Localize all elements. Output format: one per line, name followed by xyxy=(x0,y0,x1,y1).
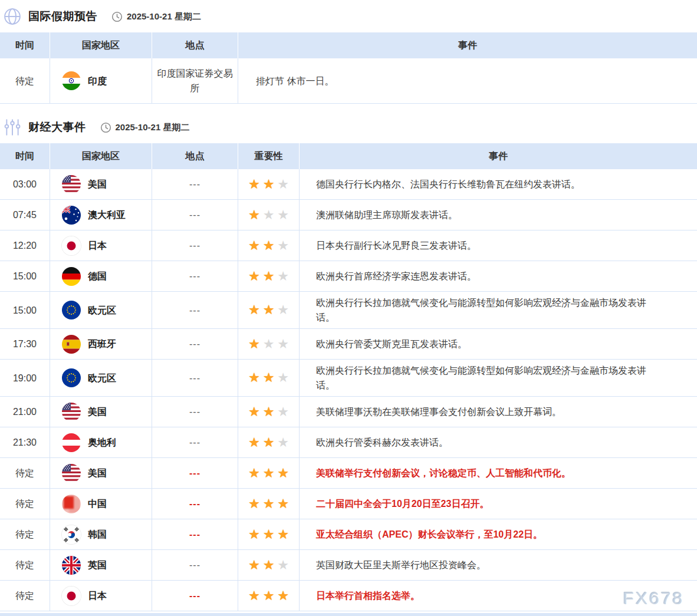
country-flag-icon xyxy=(62,236,81,255)
event-text: 欧洲央行管委艾斯克里瓦发表讲话。 xyxy=(300,329,697,359)
country-flag-icon xyxy=(62,587,81,605)
event-text: 欧洲央行管委科赫尔发表讲话。 xyxy=(300,427,697,457)
event-location: --- xyxy=(152,519,238,549)
event-row[interactable]: 07:45澳大利亚---★★★澳洲联储助理主席琼斯发表讲话。 xyxy=(0,200,697,230)
event-row[interactable]: 21:00美国---★★★美联储理事沃勒在美联储理事会支付创新会议上致开幕词。 xyxy=(0,397,697,427)
holiday-country: 印度 xyxy=(50,58,152,103)
col-region: 国家地区 xyxy=(50,32,152,58)
event-row[interactable]: 15:00德国---★★★欧洲央行首席经济学家连恩发表讲话。 xyxy=(0,261,697,292)
star-empty-icon: ★ xyxy=(277,338,289,351)
star-filled-icon: ★ xyxy=(263,528,275,541)
country-name: 德国 xyxy=(88,269,107,284)
country-flag-icon xyxy=(62,403,81,421)
importance-stars: ★★★ xyxy=(238,519,300,549)
clock-icon xyxy=(111,11,123,22)
star-empty-icon: ★ xyxy=(277,270,289,283)
star-filled-icon: ★ xyxy=(248,371,260,384)
event-text: 英国财政大臣里夫斯举行地区投资峰会。 xyxy=(300,550,697,580)
events-date: 2025-10-21 星期二 xyxy=(100,122,190,133)
event-row[interactable]: 12:20日本---★★★日本央行副行长冰见野良三发表讲话。 xyxy=(0,230,697,261)
event-country: 西班牙 xyxy=(50,329,152,359)
star-filled-icon: ★ xyxy=(248,559,260,572)
event-row[interactable]: 待定中国---★★★二十届四中全会于10月20日至23日召开。 xyxy=(0,489,697,519)
importance-stars: ★★★ xyxy=(238,329,300,359)
event-row[interactable]: 待定美国---★★★美联储举行支付创新会议，讨论稳定币、人工智能和代币化。 xyxy=(0,458,697,489)
star-filled-icon: ★ xyxy=(263,559,275,572)
event-time: 15:00 xyxy=(0,292,50,328)
country-name: 奥地利 xyxy=(88,435,116,450)
holiday-time: 待定 xyxy=(0,58,50,103)
events-section: 财经大事件 2025-10-21 星期二 时间 国家地区 地点 重要性 事件 0… xyxy=(0,111,697,611)
event-row[interactable]: 21:30奥地利---★★★欧洲央行管委科赫尔发表讲话。 xyxy=(0,427,697,458)
importance-stars: ★★★ xyxy=(238,261,300,291)
country-flag-icon xyxy=(62,495,81,513)
star-filled-icon: ★ xyxy=(248,467,260,480)
event-country: 欧元区 xyxy=(50,292,152,328)
event-country: 美国 xyxy=(50,169,152,199)
star-empty-icon: ★ xyxy=(263,338,275,351)
event-time: 21:00 xyxy=(0,397,50,427)
event-time: 待定 xyxy=(0,489,50,519)
event-row[interactable]: 15:00欧元区---★★★欧洲央行行长拉加德就气候变化与能源转型如何影响宏观经… xyxy=(0,292,697,329)
star-filled-icon: ★ xyxy=(248,589,260,602)
event-location: --- xyxy=(152,397,238,427)
event-location: --- xyxy=(152,581,238,611)
importance-stars: ★★★ xyxy=(238,230,300,261)
country-name: 日本 xyxy=(88,588,107,603)
event-row[interactable]: 17:30西班牙---★★★欧洲央行管委艾斯克里瓦发表讲话。 xyxy=(0,329,697,360)
importance-stars: ★★★ xyxy=(238,581,300,611)
holiday-row[interactable]: 待定 印度 印度国家证券交易所 排灯节 休市一日。 xyxy=(0,58,697,104)
country-name: 日本 xyxy=(88,238,107,253)
country-name: 美国 xyxy=(88,466,107,480)
event-text: 二十届四中全会于10月20日至23日召开。 xyxy=(300,489,697,519)
event-time: 07:45 xyxy=(0,200,50,230)
col-time: 时间 xyxy=(0,32,50,58)
event-location: --- xyxy=(152,458,238,488)
star-filled-icon: ★ xyxy=(248,270,260,283)
event-location: --- xyxy=(152,489,238,519)
event-location: --- xyxy=(152,427,238,457)
star-empty-icon: ★ xyxy=(277,436,289,449)
event-time: 03:00 xyxy=(0,169,50,199)
event-row[interactable]: 03:00美国---★★★德国央行行长内格尔、法国央行行长维勒鲁瓦在纽约发表讲话… xyxy=(0,169,697,200)
country-flag-icon xyxy=(62,267,81,286)
col-event: 事件 xyxy=(300,143,697,169)
event-row[interactable]: 待定英国---★★★英国财政大臣里夫斯举行地区投资峰会。 xyxy=(0,550,697,581)
star-empty-icon: ★ xyxy=(277,304,289,317)
holiday-date-text: 2025-10-21 星期二 xyxy=(127,11,201,22)
event-time: 待定 xyxy=(0,519,50,549)
event-row[interactable]: 19:00欧元区---★★★欧洲央行行长拉加德就气候变化与能源转型如何影响宏观经… xyxy=(0,360,697,397)
importance-stars: ★★★ xyxy=(238,200,300,230)
event-text: 亚太经合组织（APEC）财长会议举行，至10月22日。 xyxy=(300,519,697,549)
event-row[interactable]: 待定韩国---★★★亚太经合组织（APEC）财长会议举行，至10月22日。 xyxy=(0,519,697,550)
star-filled-icon: ★ xyxy=(263,436,275,449)
event-time: 待定 xyxy=(0,581,50,611)
star-filled-icon: ★ xyxy=(263,498,275,510)
events-table-body: 03:00美国---★★★德国央行行长内格尔、法国央行行长维勒鲁瓦在纽约发表讲话… xyxy=(0,169,697,611)
country-flag-icon xyxy=(62,206,81,225)
event-text: 德国央行行长内格尔、法国央行行长维勒鲁瓦在纽约发表讲话。 xyxy=(300,169,697,199)
event-country: 中国 xyxy=(50,489,152,519)
event-row[interactable]: 待定日本---★★★日本举行首相指名选举。 xyxy=(0,581,697,611)
country-flag-icon xyxy=(62,71,81,90)
star-filled-icon: ★ xyxy=(248,338,260,351)
importance-stars: ★★★ xyxy=(238,397,300,427)
star-empty-icon: ★ xyxy=(277,178,289,191)
event-time: 21:30 xyxy=(0,427,50,457)
star-filled-icon: ★ xyxy=(248,209,260,222)
country-name: 英国 xyxy=(88,558,107,572)
event-text: 日本央行副行长冰见野良三发表讲话。 xyxy=(300,230,697,261)
event-country: 澳大利亚 xyxy=(50,200,152,230)
star-filled-icon: ★ xyxy=(248,436,260,449)
globe-icon xyxy=(4,8,21,25)
event-time: 17:30 xyxy=(0,329,50,359)
star-filled-icon: ★ xyxy=(248,304,260,317)
event-time: 15:00 xyxy=(0,261,50,291)
star-filled-icon: ★ xyxy=(277,589,289,602)
star-filled-icon: ★ xyxy=(263,371,275,384)
country-name: 中国 xyxy=(88,496,107,511)
events-table-header: 时间 国家地区 地点 重要性 事件 xyxy=(0,143,697,169)
event-location: --- xyxy=(152,200,238,230)
country-name: 欧元区 xyxy=(88,371,116,386)
country-flag-icon xyxy=(62,368,81,387)
